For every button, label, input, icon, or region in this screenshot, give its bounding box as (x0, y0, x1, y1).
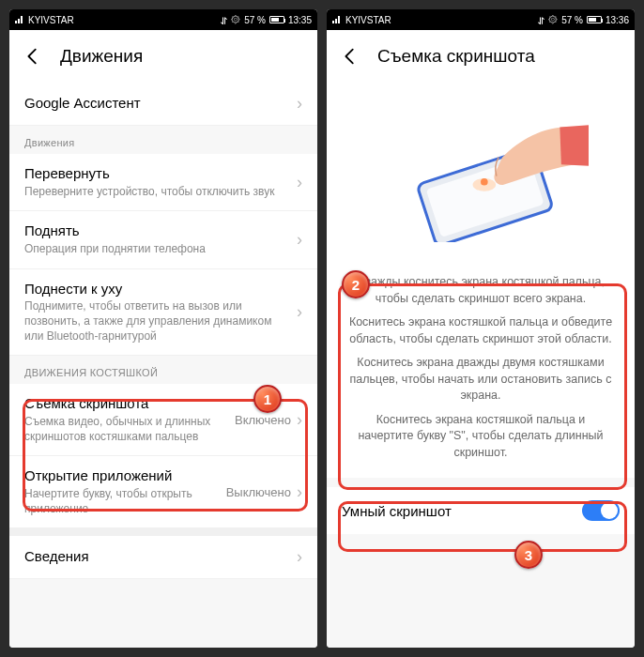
chevron-right-icon: › (297, 482, 302, 502)
chevron-right-icon: › (297, 547, 302, 567)
row-open-app[interactable]: Открытие приложений Начертите букву, что… (9, 456, 317, 528)
content-scroll[interactable]: Дважды коснитесь экрана костяшкой пальца… (327, 83, 635, 648)
title-bar: Съемка скриншота (327, 30, 635, 83)
row-label: Съемка скриншота (24, 395, 225, 413)
back-button[interactable] (340, 46, 360, 67)
chevron-right-icon: › (297, 94, 302, 114)
carrier-label: KYIVSTAR (28, 15, 74, 25)
chevron-right-icon: › (297, 173, 302, 192)
row-label: Поднести к уху (24, 281, 284, 298)
toggle-label: Умный скриншот (342, 503, 452, 519)
content-scroll[interactable]: Google Ассистент › Движения Перевернуть … (9, 83, 317, 648)
row-label: Поднять (24, 222, 284, 240)
signal-icon (332, 16, 342, 23)
row-sublabel: Съемка видео, обычных и длинных скриншот… (24, 415, 225, 444)
chevron-right-icon: › (297, 410, 302, 430)
back-arrow-icon (340, 46, 360, 67)
back-arrow-icon (23, 46, 43, 67)
row-ear[interactable]: Поднести к уху Поднимите, чтобы ответить… (9, 269, 317, 357)
chevron-right-icon: › (297, 302, 302, 322)
row-value: Выключено (226, 485, 291, 499)
row-label: Google Ассистент (24, 95, 284, 113)
section-header-motions: Движения (9, 126, 317, 154)
svg-point-3 (481, 178, 488, 186)
row-value: Включено (235, 413, 291, 427)
desc-p3: Коснитесь экрана дважды двумя костяшками… (347, 355, 614, 405)
status-bar: KYIVSTAR ⇋ ۞ 57 % 13:35 (9, 9, 317, 30)
vibrate-icon: ۞ (548, 14, 558, 25)
row-label: Перевернуть (24, 165, 284, 183)
right-screen: KYIVSTAR ⇋ ۞ 57 % 13:36 Съемка скриншота (327, 9, 635, 648)
nfc-icon: ⇋ (219, 16, 229, 23)
back-button[interactable] (23, 46, 43, 67)
status-bar: KYIVSTAR ⇋ ۞ 57 % 13:36 (327, 9, 635, 30)
row-sublabel: Переверните устройство, чтобы отключить … (24, 185, 284, 200)
battery-icon (269, 16, 284, 23)
callout-marker-3: 3 (514, 541, 543, 569)
nfc-icon: ⇋ (536, 16, 546, 23)
row-google-assistant[interactable]: Google Ассистент › (9, 83, 317, 126)
callout-marker-2: 2 (342, 270, 370, 298)
battery-pct: 57 % (561, 15, 583, 25)
signal-icon (15, 16, 24, 23)
left-screen: KYIVSTAR ⇋ ۞ 57 % 13:35 Движения Google … (9, 9, 317, 648)
description-block: Дважды коснитесь экрана костяшкой пальца… (327, 261, 635, 478)
row-label: Открытие приложений (24, 467, 217, 485)
battery-pct: 57 % (244, 15, 266, 25)
smart-screenshot-toggle[interactable] (582, 500, 620, 521)
page-title: Движения (60, 46, 143, 67)
chevron-right-icon: › (297, 230, 302, 250)
page-title: Съемка скриншота (377, 46, 535, 67)
callout-marker-1: 1 (253, 385, 282, 413)
clock: 13:35 (288, 15, 312, 25)
clock: 13:36 (606, 15, 629, 25)
row-sublabel: Начертите букву, чтобы открыть приложени… (24, 487, 217, 516)
vibrate-icon: ۞ (231, 14, 240, 25)
row-sublabel: Операция при поднятии телефона (24, 242, 284, 257)
section-header-knuckle: ДВИЖЕНИЯ КОСТЯШКОЙ (9, 356, 317, 384)
row-label: Сведения (24, 548, 284, 566)
battery-icon (587, 16, 602, 23)
row-sublabel: Поднимите, чтобы ответить на вызов или п… (24, 299, 284, 344)
carrier-label: KYIVSTAR (345, 15, 391, 25)
row-info[interactable]: Сведения › (9, 536, 317, 579)
row-smart-screenshot[interactable]: Умный скриншот (327, 487, 635, 534)
desc-p2: Коснитесь экрана костяшкой пальца и обве… (347, 314, 614, 347)
desc-p1: Дважды коснитесь экрана костяшкой пальца… (347, 274, 614, 307)
title-bar: Движения (9, 30, 317, 83)
knuckle-illustration (327, 83, 635, 261)
desc-p4: Коснитесь экрана костяшкой пальца и наче… (347, 412, 614, 462)
row-flip[interactable]: Перевернуть Переверните устройство, чтоб… (9, 154, 317, 211)
row-raise[interactable]: Поднять Операция при поднятии телефона › (9, 211, 317, 268)
